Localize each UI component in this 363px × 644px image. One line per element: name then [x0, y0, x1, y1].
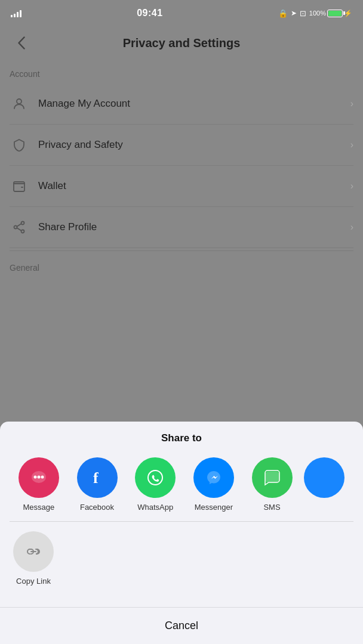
section-account-label: Account	[10, 60, 353, 83]
message-app-icon	[19, 457, 59, 498]
messenger-app-icon	[193, 457, 234, 498]
battery-icon	[327, 10, 343, 17]
charging-icon: ⚡	[344, 10, 352, 17]
svg-point-1	[21, 222, 24, 225]
settings-content: Account Manage My Account › Privacy and …	[0, 60, 363, 277]
signal-bars	[11, 9, 21, 17]
location-icon: ➤	[291, 9, 297, 17]
shield-icon	[10, 135, 29, 154]
settings-item-wallet[interactable]: Wallet ›	[10, 166, 353, 207]
battery-pct: 100%	[309, 10, 326, 17]
back-button[interactable]	[10, 31, 33, 55]
svg-line-5	[17, 228, 21, 230]
signal-bar-3	[17, 12, 19, 17]
share-app-more[interactable]	[295, 457, 353, 503]
page-title: Privacy and Settings	[123, 36, 241, 50]
whatsapp-app-label: WhatsApp	[137, 503, 173, 512]
share-bottom-sheet: Share to Message f	[0, 422, 363, 607]
status-bar-left	[11, 9, 21, 17]
share-apps-row: Message f Facebook Wha	[0, 453, 363, 521]
signal-bar-2	[14, 14, 16, 17]
wallet-label: Wallet	[38, 180, 350, 192]
sms-app-label: SMS	[263, 503, 280, 512]
battery-fill	[328, 11, 342, 16]
share-profile-label: Share Profile	[38, 221, 350, 233]
chevron-icon-2: ›	[350, 140, 353, 150]
wallet-icon	[10, 177, 29, 196]
status-bar: 09:41 🔒 ➤ ⊡ 100% ⚡	[0, 0, 363, 26]
signal-bar-4	[20, 10, 21, 17]
cancel-button[interactable]: Cancel	[0, 607, 363, 644]
privacy-safety-label: Privacy and Safety	[38, 139, 350, 151]
facebook-app-label: Facebook	[80, 503, 114, 512]
status-bar-time: 09:41	[137, 8, 162, 18]
facebook-app-icon: f	[77, 457, 118, 498]
svg-point-11	[148, 470, 162, 485]
lock-icon: 🔒	[278, 9, 288, 18]
share-to-title: Share to	[0, 422, 363, 453]
share-app-sms[interactable]: SMS	[243, 457, 302, 512]
share-app-message[interactable]: Message	[10, 457, 68, 512]
chevron-icon-4: ›	[350, 222, 353, 233]
background-page: Privacy and Settings Account Manage My A…	[0, 26, 363, 277]
settings-item-manage-account[interactable]: Manage My Account ›	[10, 83, 353, 125]
share-icon	[10, 218, 29, 237]
cancel-label: Cancel	[165, 620, 198, 632]
message-app-label: Message	[23, 503, 54, 512]
bottom-sheet-overlay: Share to Message f	[0, 422, 363, 644]
page-header: Privacy and Settings	[0, 26, 363, 60]
settings-item-share-profile[interactable]: Share Profile ›	[10, 207, 353, 248]
svg-point-2	[14, 226, 17, 229]
chevron-icon: ›	[350, 98, 353, 109]
svg-point-8	[37, 476, 40, 479]
section-general-label: General	[10, 253, 353, 277]
chevron-icon-3: ›	[350, 181, 353, 191]
manage-account-label: Manage My Account	[38, 98, 350, 110]
svg-point-9	[41, 476, 44, 479]
more-app-icon	[304, 457, 344, 498]
svg-line-4	[17, 224, 21, 226]
svg-point-7	[33, 476, 36, 479]
account-icon	[10, 94, 29, 113]
messenger-app-label: Messenger	[195, 503, 233, 512]
settings-item-privacy[interactable]: Privacy and Safety ›	[10, 125, 353, 166]
status-bar-right: 🔒 ➤ ⊡ 100% ⚡	[278, 9, 352, 18]
share-app-facebook[interactable]: f Facebook	[68, 457, 127, 512]
svg-text:f: f	[93, 469, 99, 487]
copy-link-section: Copy Link	[0, 522, 363, 595]
airplay-icon: ⊡	[300, 9, 306, 18]
svg-point-0	[17, 99, 21, 104]
signal-bar-1	[11, 15, 13, 17]
copy-link-item[interactable]: Copy Link	[10, 531, 57, 586]
share-app-messenger[interactable]: Messenger	[184, 457, 243, 512]
svg-point-3	[21, 230, 24, 233]
battery-container: 100% ⚡	[309, 10, 352, 17]
section-divider	[10, 250, 353, 251]
copy-link-label: Copy Link	[10, 577, 57, 586]
sms-app-icon	[252, 457, 293, 498]
whatsapp-app-icon	[135, 457, 176, 498]
share-app-whatsapp[interactable]: WhatsApp	[126, 457, 184, 512]
copy-link-icon	[13, 531, 54, 572]
svg-rect-13	[265, 472, 279, 482]
